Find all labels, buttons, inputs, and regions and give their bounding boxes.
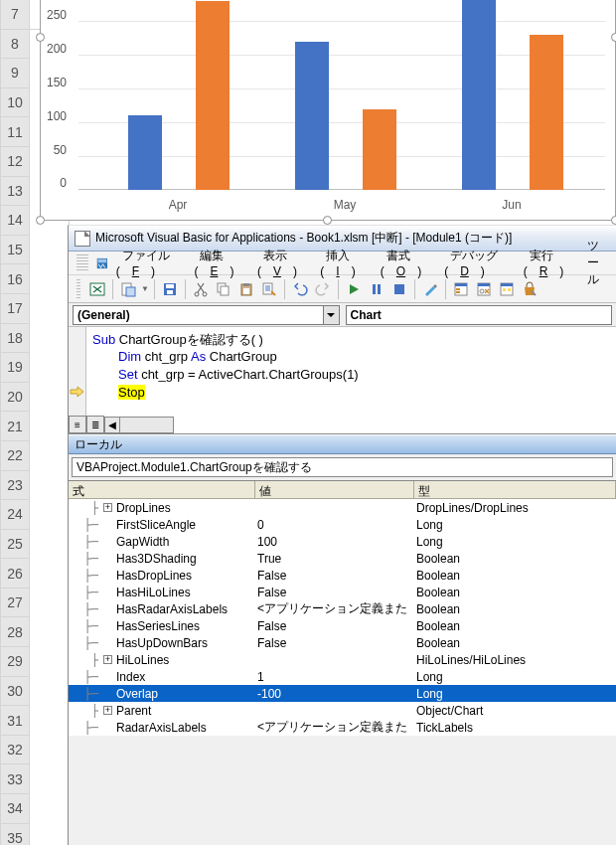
locals-table[interactable]: 式 値 型 ├+DropLinesDropLines/DropLines├─ F…: [69, 480, 616, 736]
redo-icon[interactable]: [313, 279, 333, 299]
chart-handle[interactable]: [36, 33, 45, 42]
row-header[interactable]: 34: [0, 794, 30, 824]
row-header[interactable]: 9: [0, 59, 30, 88]
menu-edit[interactable]: 編集(E): [188, 246, 248, 280]
menu-insert[interactable]: 挿入(I): [314, 246, 372, 280]
undo-icon[interactable]: [290, 279, 310, 299]
row-header[interactable]: 13: [0, 177, 30, 207]
expand-icon[interactable]: +: [103, 655, 112, 664]
excel-icon[interactable]: [87, 279, 107, 299]
locals-row[interactable]: ├─ Overlap-100Long: [69, 685, 616, 702]
row-header[interactable]: 8: [0, 30, 30, 60]
row-header[interactable]: 17: [0, 294, 30, 324]
object-browser-icon[interactable]: [497, 279, 517, 299]
row-header[interactable]: 32: [0, 736, 30, 765]
bar-s1-apr[interactable]: [128, 115, 162, 190]
locals-row[interactable]: ├+DropLinesDropLines/DropLines: [69, 499, 616, 516]
code-pane[interactable]: Sub ChartGroupを確認する( ) Dim cht_grp As Ch…: [69, 327, 616, 434]
row-header[interactable]: 10: [0, 88, 30, 118]
row-header[interactable]: 20: [0, 383, 30, 413]
project-explorer-icon[interactable]: [451, 279, 471, 299]
run-icon[interactable]: [344, 279, 364, 299]
locals-row[interactable]: ├─ HasHiLoLinesFalseBoolean: [69, 584, 616, 600]
plot-area[interactable]: Apr May Jun: [78, 0, 605, 190]
chevron-down-icon[interactable]: [323, 306, 339, 324]
row-header[interactable]: 24: [0, 500, 30, 530]
object-combo[interactable]: (General): [73, 305, 340, 325]
row-header[interactable]: 12: [0, 147, 30, 177]
row-header[interactable]: 21: [0, 412, 30, 441]
full-module-view-icon[interactable]: ≣: [86, 416, 104, 433]
vba-menubar[interactable]: ファイル(F) 編集(E) 表示(V) 挿入(I) 書式(O) デバッグ(D) …: [69, 252, 616, 275]
locals-row[interactable]: ├─ Has3DShadingTrueBoolean: [69, 550, 616, 567]
row-header[interactable]: 28: [0, 617, 30, 647]
locals-row[interactable]: ├─ HasDropLinesFalseBoolean: [69, 567, 616, 584]
row-header[interactable]: 11: [0, 117, 30, 147]
cut-icon[interactable]: [191, 279, 211, 299]
bar-s1-may[interactable]: [295, 42, 329, 190]
locals-row[interactable]: ├+ParentObject/Chart: [69, 702, 616, 719]
bar-s1-jun[interactable]: [462, 0, 496, 190]
locals-row[interactable]: ├─ FirstSliceAngle0Long: [69, 516, 616, 533]
row-header[interactable]: 23: [0, 471, 30, 501]
locals-row[interactable]: ├─ Index1Long: [69, 668, 616, 685]
row-header[interactable]: 30: [0, 677, 30, 707]
bar-s2-may[interactable]: [363, 109, 396, 190]
row-header[interactable]: 33: [0, 764, 30, 794]
copy-icon[interactable]: [214, 279, 233, 299]
menu-debug[interactable]: デバッグ(D): [438, 246, 516, 280]
locals-row[interactable]: ├─ RadarAxisLabels<アプリケーション定義またTickLabel…: [69, 719, 616, 736]
expand-icon[interactable]: +: [103, 503, 112, 512]
row-header[interactable]: 19: [0, 353, 30, 383]
col-type[interactable]: 型: [414, 481, 616, 498]
embedded-chart[interactable]: 0 50 100 150 200 250 Apr May Jun: [40, 0, 616, 221]
toolbox-icon[interactable]: [520, 279, 539, 299]
chart-handle[interactable]: [611, 33, 616, 42]
row-header[interactable]: 16: [0, 264, 30, 294]
menu-file[interactable]: ファイル(F): [110, 246, 187, 280]
expand-icon[interactable]: +: [103, 706, 112, 715]
toolbar-grip[interactable]: [77, 279, 80, 299]
row-header[interactable]: 18: [0, 324, 30, 354]
col-value[interactable]: 値: [255, 481, 414, 498]
design-mode-icon[interactable]: [420, 279, 440, 299]
row-header[interactable]: 26: [0, 559, 30, 589]
row-header[interactable]: 22: [0, 441, 30, 471]
procedure-view-icon[interactable]: ≡: [69, 416, 86, 433]
locals-row[interactable]: ├+HiLoLinesHiLoLines/HiLoLines: [69, 651, 616, 668]
locals-row[interactable]: ├─ HasRadarAxisLabels<アプリケーション定義またBoolea…: [69, 600, 616, 617]
paste-icon[interactable]: [236, 279, 256, 299]
properties-icon[interactable]: [474, 279, 494, 299]
bar-s2-jun[interactable]: [530, 35, 563, 190]
row-header[interactable]: 31: [0, 706, 30, 736]
row-header[interactable]: 15: [0, 236, 30, 265]
dropdown-icon[interactable]: ▼: [141, 279, 149, 299]
menu-format[interactable]: 書式(O): [375, 246, 436, 280]
row-header[interactable]: 7: [0, 0, 30, 30]
reset-icon[interactable]: [389, 279, 409, 299]
bar-s2-apr[interactable]: [196, 1, 230, 190]
row-header[interactable]: 25: [0, 530, 30, 560]
chart-handle[interactable]: [323, 216, 332, 225]
row-header[interactable]: 35: [0, 824, 30, 845]
locals-row[interactable]: ├─ HasUpDownBarsFalseBoolean: [69, 634, 616, 651]
row-header[interactable]: 29: [0, 647, 30, 677]
save-icon[interactable]: [160, 279, 180, 299]
locals-columns[interactable]: 式 値 型: [69, 481, 616, 499]
vba-window[interactable]: Microsoft Visual Basic for Applications …: [68, 225, 616, 845]
menu-run[interactable]: 実行(R): [518, 246, 579, 280]
break-icon[interactable]: [367, 279, 386, 299]
insert-module-icon[interactable]: [118, 279, 138, 299]
row-header[interactable]: 14: [0, 206, 30, 236]
menu-tools[interactable]: ツール: [581, 236, 616, 290]
col-expression[interactable]: 式: [69, 481, 255, 498]
locals-row[interactable]: ├─ HasSeriesLinesFalseBoolean: [69, 617, 616, 634]
chart-handle[interactable]: [611, 216, 616, 225]
toolbar-grip[interactable]: [77, 254, 88, 272]
find-icon[interactable]: [259, 279, 279, 299]
procedure-combo[interactable]: Chart: [346, 305, 613, 325]
locals-header[interactable]: ローカル: [69, 434, 616, 454]
chart-handle[interactable]: [36, 216, 45, 225]
menu-view[interactable]: 表示(V): [251, 246, 312, 280]
row-header[interactable]: 27: [0, 589, 30, 618]
